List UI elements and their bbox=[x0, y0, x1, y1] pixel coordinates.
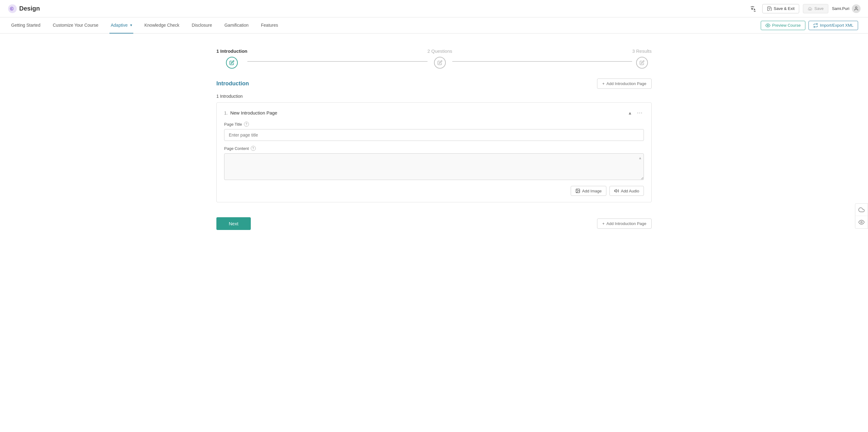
top-actions: Save & Exit Save Sami.Puri bbox=[748, 3, 861, 14]
logo-icon: © bbox=[7, 4, 18, 13]
step-questions: 2 Questions bbox=[428, 49, 452, 68]
import-export-button[interactable]: Import/Export XML bbox=[808, 21, 858, 30]
add-introduction-page-button-bottom[interactable]: + Add Introduction Page bbox=[597, 219, 652, 229]
logo: © Design bbox=[7, 4, 40, 13]
page-content-textarea[interactable] bbox=[224, 153, 644, 180]
user-info[interactable]: Sami.Puri bbox=[832, 4, 861, 13]
stepper-connector-2 bbox=[452, 61, 632, 62]
svg-text:©: © bbox=[10, 6, 13, 11]
page-footer: Next + Add Introduction Page bbox=[216, 212, 652, 230]
card-move-up-button[interactable]: ▲ bbox=[626, 110, 633, 116]
svg-point-3 bbox=[855, 7, 857, 8]
add-intro-label-bottom: Add Introduction Page bbox=[607, 221, 646, 226]
cloud-upload-button[interactable] bbox=[855, 204, 868, 216]
section-header: Introduction + Add Introduction Page bbox=[216, 79, 652, 89]
page-title-group: Page Title ? bbox=[224, 122, 644, 141]
section-title: Introduction bbox=[216, 80, 249, 87]
tab-getting-started[interactable]: Getting Started bbox=[10, 18, 41, 33]
card-number: 1. bbox=[224, 111, 228, 115]
textarea-scroll-indicator: ▲ bbox=[638, 156, 642, 160]
step-questions-label: 2 Questions bbox=[428, 49, 452, 54]
page-content-help-icon[interactable]: ? bbox=[251, 146, 256, 151]
intro-card: 1. New Introduction Page ▲ ··· Page Titl… bbox=[216, 103, 652, 202]
tab-features[interactable]: Features bbox=[260, 18, 279, 33]
stepper-connector-1 bbox=[247, 61, 428, 62]
eye-preview-button[interactable] bbox=[855, 216, 868, 228]
plus-icon-top: + bbox=[602, 81, 605, 86]
step-results: 3 Results bbox=[632, 49, 652, 68]
step-introduction-circle[interactable] bbox=[226, 57, 238, 68]
tab-actions: Preview Course Import/Export XML bbox=[761, 21, 858, 30]
stepper: 1 Introduction 2 Questions 3 Results bbox=[216, 44, 652, 79]
card-header: 1. New Introduction Page ▲ ··· bbox=[224, 109, 644, 117]
svg-point-8 bbox=[861, 222, 862, 223]
add-audio-button[interactable]: Add Audio bbox=[610, 186, 644, 196]
next-button[interactable]: Next bbox=[216, 217, 251, 230]
plus-icon-bottom: + bbox=[602, 221, 605, 226]
preview-label: Preview Course bbox=[772, 23, 801, 28]
step-introduction-label: 1 Introduction bbox=[216, 49, 247, 54]
card-more-button[interactable]: ··· bbox=[636, 109, 644, 117]
tab-disclosure[interactable]: Disclosure bbox=[191, 18, 213, 33]
step-results-label: 3 Results bbox=[632, 49, 652, 54]
card-title: New Introduction Page bbox=[230, 110, 277, 115]
logo-text: Design bbox=[19, 5, 40, 12]
top-bar: © Design Save & Exit Save bbox=[0, 0, 868, 18]
save-button[interactable]: Save bbox=[803, 4, 828, 13]
tab-gamification[interactable]: Gamification bbox=[223, 18, 250, 33]
svg-point-6 bbox=[577, 190, 578, 191]
tab-nav: Getting Started Customize Your Course Ad… bbox=[0, 18, 868, 33]
page-content-group: Page Content ? ▲ bbox=[224, 146, 644, 181]
page-title-label: Page Title ? bbox=[224, 122, 644, 126]
save-exit-label: Save & Exit bbox=[774, 6, 795, 11]
add-image-label: Add Image bbox=[582, 189, 602, 193]
step-results-circle[interactable] bbox=[636, 57, 648, 68]
translate-button[interactable] bbox=[748, 3, 758, 14]
import-export-label: Import/Export XML bbox=[820, 23, 854, 28]
tab-knowledge-check[interactable]: Knowledge Check bbox=[143, 18, 181, 33]
add-image-button[interactable]: Add Image bbox=[571, 186, 607, 196]
page-content-label: Page Content ? bbox=[224, 146, 644, 151]
add-intro-label-top: Add Introduction Page bbox=[607, 81, 646, 86]
add-introduction-page-button-top[interactable]: + Add Introduction Page bbox=[597, 79, 652, 89]
main-content: 1 Introduction 2 Questions 3 Results bbox=[202, 33, 666, 240]
step-introduction: 1 Introduction bbox=[216, 49, 247, 68]
tab-customize[interactable]: Customize Your Course bbox=[52, 18, 99, 33]
chevron-down-icon: ▾ bbox=[130, 23, 132, 27]
page-title-help-icon[interactable]: ? bbox=[244, 122, 249, 126]
user-name: Sami.Puri bbox=[832, 6, 849, 11]
user-avatar bbox=[852, 4, 861, 13]
step-questions-circle[interactable] bbox=[434, 57, 446, 68]
save-label: Save bbox=[814, 6, 824, 11]
preview-course-button[interactable]: Preview Course bbox=[761, 21, 805, 30]
svg-point-4 bbox=[767, 25, 769, 26]
svg-marker-7 bbox=[614, 189, 616, 192]
page-title-input[interactable] bbox=[224, 129, 644, 141]
media-buttons: Add Image Add Audio bbox=[224, 186, 644, 196]
tab-adaptive[interactable]: Adaptive ▾ bbox=[110, 18, 133, 33]
save-exit-button[interactable]: Save & Exit bbox=[762, 4, 799, 13]
intro-sub-title: 1 Introduction bbox=[216, 94, 652, 99]
right-panel bbox=[855, 203, 868, 229]
add-audio-label: Add Audio bbox=[621, 189, 639, 193]
